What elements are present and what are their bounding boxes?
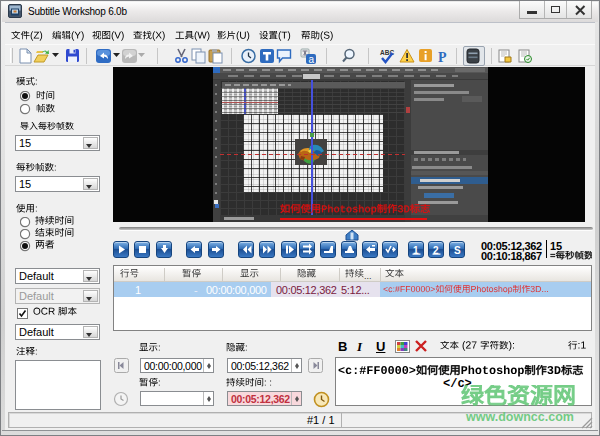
svg-text:S: S [454, 245, 461, 256]
svg-text:P: P [438, 50, 447, 65]
svg-text:a: a [309, 54, 315, 65]
